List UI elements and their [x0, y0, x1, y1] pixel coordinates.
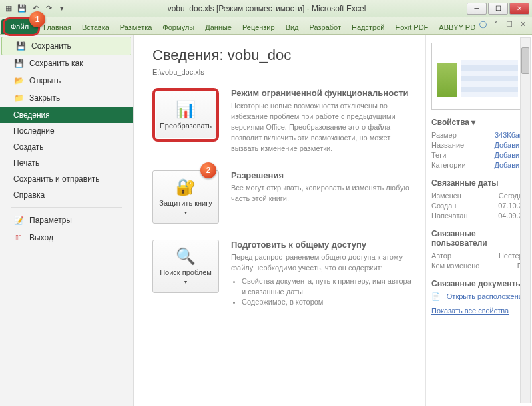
button-label: Преобразовать: [160, 122, 212, 130]
prop-label: Кем изменено: [431, 262, 479, 270]
tab-foxit[interactable]: Foxit PDF: [390, 21, 433, 34]
exit-icon: �⃠: [13, 232, 24, 243]
minimize-button[interactable]: ─: [467, 3, 487, 15]
options-icon: 📝: [13, 215, 24, 226]
ribbon-help-group: ⓘ ˅ ☐ ✕: [477, 20, 528, 31]
sidebar-label: Закрыть: [29, 93, 60, 103]
backstage: 💾Сохранить 💾Сохранить как 📂Открыть 📁Закр…: [0, 35, 532, 406]
saveas-icon: 💾: [13, 58, 24, 69]
properties-pane: Свойства ▾ Размер343Кбайт НазваниеДобави…: [425, 35, 532, 406]
sidebar-label: Параметры: [29, 216, 72, 225]
convert-button[interactable]: 📊 Преобразовать: [152, 88, 219, 142]
scrollbar-thumb[interactable]: [521, 47, 529, 74]
chevron-down-icon: ▾: [184, 279, 187, 285]
prop-label: Автор: [431, 252, 451, 260]
sidebar-saveas[interactable]: 💾Сохранить как: [0, 55, 133, 72]
info-panel: Сведения: vobu_doc E:\vobu_doc.xls 📊 Пре…: [134, 35, 425, 406]
open-location-link[interactable]: Открыть расположение: [447, 292, 527, 301]
tab-insert[interactable]: Вставка: [77, 21, 115, 34]
sidebar-new[interactable]: Создать: [0, 139, 133, 155]
sidebar-open[interactable]: 📂Открыть: [0, 72, 133, 89]
tab-view[interactable]: Вид: [280, 21, 304, 34]
tab-addins[interactable]: Надстрой: [346, 21, 390, 34]
sidebar-help[interactable]: Справка: [0, 187, 133, 203]
people-heading: Связанные пользователи: [431, 229, 527, 248]
doc-close-icon[interactable]: ✕: [517, 20, 528, 31]
convert-icon: 📊: [176, 100, 196, 119]
save-icon: 💾: [15, 41, 26, 51]
section-body: Все могут открывать, копировать и изменя…: [231, 183, 416, 204]
info-heading: Сведения: vobu_doc: [152, 47, 416, 64]
ribbon-minimize-icon[interactable]: ˅: [491, 20, 501, 31]
show-all-props-link[interactable]: Показать все свойства: [431, 307, 527, 315]
sidebar-label: Сохранить как: [29, 59, 83, 68]
sidebar-share[interactable]: Сохранить и отправить: [0, 171, 133, 187]
sidebar-label: Сохранить: [31, 41, 71, 51]
lock-icon: 🔐: [176, 178, 196, 196]
sidebar-options[interactable]: 📝Параметры: [0, 212, 133, 229]
sidebar-recent[interactable]: Последние: [0, 123, 133, 139]
share-list-item: Свойства документа, путь к принтеру, имя…: [242, 276, 416, 298]
section-title: Подготовить к общему доступу: [231, 240, 416, 250]
titlebar: ▦ 💾 ↶ ↷ ▾ vobu_doc.xls [Режим совместимо…: [0, 0, 532, 17]
tab-developer[interactable]: Разработ: [304, 21, 346, 34]
sidebar-label: Сведения: [13, 110, 50, 120]
backstage-sidebar: 💾Сохранить 💾Сохранить как 📂Открыть 📁Закр…: [0, 35, 134, 406]
tab-abbyy[interactable]: ABBYY PD: [433, 21, 481, 34]
share-list-item: Содержимое, в котором: [242, 297, 416, 308]
button-label: Поиск проблем: [160, 268, 212, 276]
sidebar-save[interactable]: 💾Сохранить: [1, 37, 131, 55]
vertical-scrollbar[interactable]: [520, 37, 531, 403]
sidebar-label: Печать: [13, 158, 39, 168]
file-path: E:\vobu_doc.xls: [152, 68, 416, 76]
prop-label: Название: [431, 141, 464, 149]
inspect-icon: 🔍: [176, 247, 196, 266]
tab-layout[interactable]: Разметка: [115, 21, 158, 34]
compatibility-section: Режим ограниченной функциональности Неко…: [231, 88, 416, 154]
sidebar-exit[interactable]: �⃠Выход: [0, 229, 133, 246]
props-heading[interactable]: Свойства ▾: [431, 118, 527, 127]
section-body: Перед распространением общего доступа к …: [231, 252, 416, 274]
help-icon[interactable]: ⓘ: [477, 20, 488, 31]
sidebar-label: Последние: [13, 126, 55, 136]
callout-badge-2: 2: [200, 162, 216, 178]
prepare-share-section: Подготовить к общему доступу Перед распр…: [231, 240, 416, 309]
doc-restore-icon[interactable]: ☐: [504, 20, 515, 31]
prop-label: Категории: [431, 161, 466, 169]
folder-close-icon: 📁: [13, 93, 24, 104]
section-title: Режим ограниченной функциональности: [231, 88, 416, 98]
sidebar-separator: [11, 207, 122, 208]
prop-label: Теги: [431, 151, 446, 159]
maximize-button[interactable]: ☐: [488, 3, 508, 15]
tab-review[interactable]: Рецензир: [237, 21, 280, 34]
close-button[interactable]: ✕: [509, 3, 529, 15]
sidebar-print[interactable]: Печать: [0, 155, 133, 171]
section-title: Разрешения: [231, 170, 416, 180]
prop-label: Напечатан: [431, 212, 467, 220]
prop-label: Изменен: [431, 192, 461, 200]
redo-icon[interactable]: ↷: [43, 3, 55, 15]
prop-label: Размер: [431, 131, 457, 139]
sidebar-close[interactable]: 📁Закрыть: [0, 89, 133, 107]
prop-label: Создан: [431, 202, 456, 210]
sidebar-label: Справка: [13, 190, 45, 200]
permissions-section: Разрешения Все могут открывать, копирова…: [231, 170, 416, 224]
save-icon[interactable]: 💾: [16, 3, 28, 15]
button-label: Защитить книгу: [159, 199, 212, 207]
tab-data[interactable]: Данные: [200, 21, 237, 34]
chevron-down-icon: ▾: [184, 210, 187, 216]
callout-badge-1: 1: [29, 11, 45, 27]
sidebar-info[interactable]: Сведения: [0, 107, 133, 123]
sidebar-label: Сохранить и отправить: [13, 174, 100, 184]
section-body: Некоторые новые возможности отключены во…: [231, 101, 416, 154]
excel-icon: ▦: [3, 3, 15, 15]
folder-open-icon: 📂: [13, 75, 24, 86]
check-issues-button[interactable]: 🔍 Поиск проблем ▾: [152, 240, 219, 293]
document-thumbnail[interactable]: [431, 43, 525, 110]
sidebar-label: Создать: [13, 142, 44, 152]
tab-formulas[interactable]: Формулы: [157, 21, 200, 34]
dates-heading: Связанные даты: [431, 178, 527, 188]
window-buttons: ─ ☐ ✕: [465, 3, 529, 15]
qat-dropdown-icon[interactable]: ▾: [56, 3, 68, 15]
sidebar-label: Открыть: [29, 76, 61, 85]
